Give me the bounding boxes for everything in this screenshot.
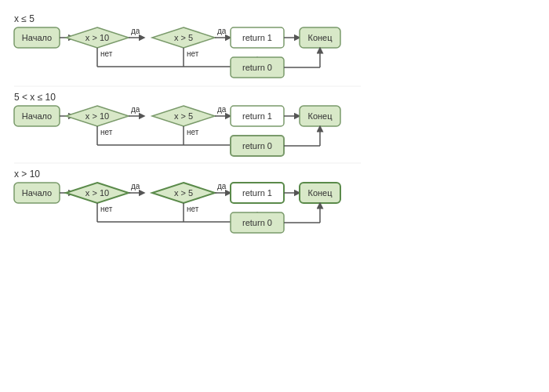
d2-no1-label: нет xyxy=(100,128,113,136)
d2-yes1-label: да xyxy=(131,105,140,114)
d1-ret0-label: return 0 xyxy=(242,63,272,72)
d1-diamond1-label: x > 10 xyxy=(85,33,109,42)
d2-diamond1-label: x > 10 xyxy=(85,111,109,121)
d3-start-label: Начало xyxy=(22,188,52,198)
d1-start-label: Начало xyxy=(22,33,52,42)
section-label-2: 5 < x ≤ 10 xyxy=(14,92,56,103)
section-label-3: x > 10 xyxy=(14,169,40,180)
main-diagram: x ≤ 5 Начало x > 10 нет да x > 5 нет да … xyxy=(8,8,549,384)
section-label-1: x ≤ 5 xyxy=(14,13,35,24)
d3-ret1-label: return 1 xyxy=(242,188,272,198)
d2-start-label: Начало xyxy=(22,111,52,121)
d2-diamond2-label: x > 5 xyxy=(174,111,193,121)
d2-ret1-label: return 1 xyxy=(242,111,272,121)
d3-yes2-label: да xyxy=(217,182,227,191)
d3-diamond1-label: x > 10 xyxy=(85,188,109,198)
d2-no2-label: нет xyxy=(187,128,199,136)
d3-diamond2-label: x > 5 xyxy=(174,188,193,198)
d3-yes1-label: да xyxy=(131,182,140,191)
d1-no2-label: нет xyxy=(187,49,199,58)
d1-diamond2-label: x > 5 xyxy=(174,33,193,42)
d1-yes1-label: да xyxy=(131,27,140,35)
d1-no1-label: нет xyxy=(100,49,113,58)
d3-no1-label: нет xyxy=(100,205,113,213)
d2-yes2-label: да xyxy=(217,105,227,114)
d2-end-label: Конец xyxy=(307,111,333,121)
d3-no2-label: нет xyxy=(187,205,199,213)
d1-ret1-label: return 1 xyxy=(242,33,272,42)
d3-end-label: Конец xyxy=(307,188,333,198)
d1-end-label: Конец xyxy=(307,33,333,42)
d2-ret0-label: return 0 xyxy=(242,141,272,151)
d1-yes2-label: да xyxy=(217,27,227,35)
d3-ret0-label: return 0 xyxy=(242,218,272,227)
